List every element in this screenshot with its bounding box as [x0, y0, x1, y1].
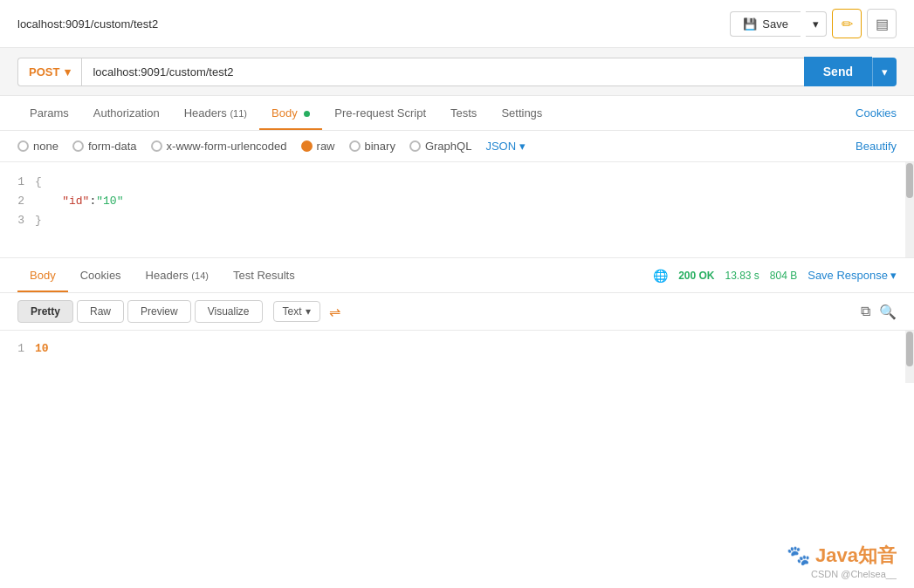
tab-body[interactable]: Body — [259, 96, 322, 130]
save-response-chevron-icon: ▾ — [890, 269, 897, 282]
resp-actions: ⧉ 🔍 — [861, 304, 897, 320]
save-dropdown-button[interactable]: ▾ — [806, 11, 827, 37]
send-chevron-icon: ▾ — [882, 65, 888, 79]
save-label: Save — [762, 17, 788, 31]
response-status: 🌐 200 OK 13.83 s 804 B Save Response ▾ — [653, 269, 897, 283]
tab-headers[interactable]: Headers (11) — [172, 96, 259, 130]
resp-scrollbar-thumb — [906, 332, 913, 366]
option-urlencoded[interactable]: x-www-form-urlencoded — [151, 140, 287, 153]
resp-tab-body[interactable]: Body — [17, 258, 68, 292]
text-format-select[interactable]: Text ▾ — [273, 301, 320, 322]
save-icon: 💾 — [743, 17, 757, 31]
option-form-data[interactable]: form-data — [72, 140, 137, 153]
line-num-1: 1 — [0, 173, 24, 192]
radio-form-data — [72, 140, 84, 152]
radio-none — [17, 140, 29, 152]
top-bar: localhost:9091/custom/test2 💾 Save ▾ ✏ ▤ — [0, 0, 914, 48]
cookies-link[interactable]: Cookies — [856, 96, 897, 130]
json-label: JSON — [485, 140, 516, 153]
search-icon[interactable]: 🔍 — [879, 304, 897, 320]
radio-binary — [349, 140, 361, 152]
resp-code-line-1: 10 — [35, 339, 897, 359]
url-input[interactable] — [81, 58, 803, 86]
resp-line-num-1: 1 — [0, 339, 24, 359]
request-tabs: Params Authorization Headers (11) Body P… — [0, 96, 914, 131]
beautify-button[interactable]: Beautify — [856, 140, 897, 153]
option-binary[interactable]: binary — [349, 140, 395, 153]
chevron-down-icon: ▾ — [813, 17, 819, 31]
resp-tab-headers[interactable]: Headers (14) — [134, 258, 221, 292]
body-active-dot — [304, 111, 310, 117]
line-num-3: 3 — [0, 211, 24, 230]
top-bar-actions: 💾 Save ▾ ✏ ▤ — [730, 9, 897, 38]
send-button-group: Send ▾ — [804, 57, 897, 86]
response-tabs: Body Cookies Headers (14) Test Results 🌐… — [0, 258, 914, 293]
radio-raw — [301, 140, 313, 152]
resp-raw-button[interactable]: Raw — [77, 300, 124, 323]
globe-icon: 🌐 — [653, 269, 668, 283]
edit-icon: ✏ — [842, 16, 853, 32]
json-chevron-icon: ▾ — [519, 140, 526, 153]
tab-prerequest[interactable]: Pre-request Script — [322, 96, 438, 130]
tab-params[interactable]: Params — [17, 96, 81, 130]
copy-icon[interactable]: ⧉ — [861, 304, 870, 319]
resp-pretty-button[interactable]: Pretty — [17, 300, 73, 323]
resp-tab-cookies[interactable]: Cookies — [68, 258, 134, 292]
send-dropdown-button[interactable]: ▾ — [872, 58, 897, 86]
radio-urlencoded — [151, 140, 162, 152]
edit-button[interactable]: ✏ — [832, 9, 862, 38]
json-select[interactable]: JSON ▾ — [485, 140, 526, 153]
radio-graphql — [409, 140, 421, 152]
chat-icon: ▤ — [876, 16, 889, 32]
resp-preview-button[interactable]: Preview — [127, 300, 191, 323]
resp-code-content: 10 — [35, 338, 914, 376]
option-graphql[interactable]: GraphQL — [409, 140, 471, 153]
resp-scrollbar[interactable] — [905, 331, 914, 383]
code-content[interactable]: { "id": "10" } — [35, 171, 914, 249]
save-response-button[interactable]: Save Response ▾ — [807, 269, 897, 282]
resp-line-numbers: 1 — [0, 338, 35, 376]
response-code-area: 1 10 — [0, 331, 914, 383]
method-label: POST — [29, 65, 59, 79]
resp-tab-test-results[interactable]: Test Results — [221, 258, 307, 292]
code-line-3: } — [35, 211, 897, 230]
filter-icon[interactable]: ⇌ — [329, 304, 340, 320]
page-title: localhost:9091/custom/test2 — [17, 17, 158, 31]
code-line-2: "id": "10" — [35, 192, 897, 211]
code-editor: 1 2 3 { "id": "10" } — [0, 162, 914, 258]
resp-visualize-button[interactable]: Visualize — [195, 300, 263, 323]
tab-settings[interactable]: Settings — [489, 96, 554, 130]
tab-tests[interactable]: Tests — [438, 96, 489, 130]
response-size: 804 B — [770, 270, 797, 282]
editor-scrollbar[interactable] — [905, 162, 914, 257]
response-time: 13.83 s — [725, 270, 759, 282]
request-bar: POST ▾ Send ▾ — [0, 48, 914, 96]
code-line-1: { — [35, 173, 897, 192]
save-button[interactable]: 💾 Save — [730, 11, 801, 37]
text-chevron-icon: ▾ — [306, 305, 311, 318]
line-num-2: 2 — [0, 192, 24, 211]
status-code: 200 OK — [678, 270, 714, 282]
option-none[interactable]: none — [17, 140, 58, 153]
method-select[interactable]: POST ▾ — [17, 58, 81, 86]
text-label: Text — [283, 305, 302, 318]
option-raw[interactable]: raw — [301, 140, 335, 153]
method-chevron-icon: ▾ — [65, 65, 71, 79]
response-options: Pretty Raw Preview Visualize Text ▾ ⇌ ⧉ … — [0, 293, 914, 331]
line-numbers: 1 2 3 — [0, 171, 35, 249]
editor-scrollbar-thumb — [906, 163, 913, 198]
send-button[interactable]: Send — [804, 57, 872, 86]
body-options: none form-data x-www-form-urlencoded raw… — [0, 131, 914, 162]
chat-button[interactable]: ▤ — [867, 9, 897, 38]
tab-authorization[interactable]: Authorization — [81, 96, 172, 130]
